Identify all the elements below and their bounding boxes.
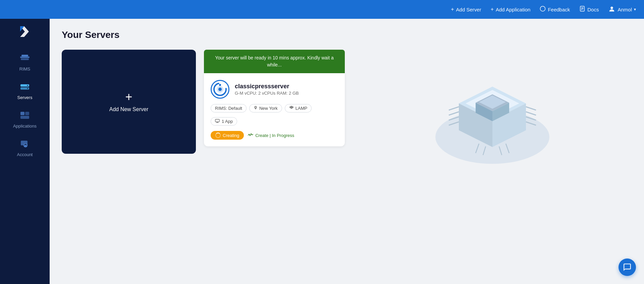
chevron-down-icon: ▾ — [634, 7, 636, 12]
spinner-icon — [215, 133, 221, 138]
topnav: + Add Server + Add Application Feedback … — [0, 0, 644, 19]
logo[interactable] — [15, 22, 34, 41]
server-tags: RIMS: Default New York LAM — [211, 104, 338, 112]
svg-rect-8 — [21, 55, 28, 56]
server-logo — [211, 80, 229, 99]
server-info-card: Your server will be ready in 10 mins app… — [204, 50, 345, 146]
svg-point-5 — [611, 6, 613, 9]
svg-rect-15 — [20, 116, 29, 119]
activity-icon — [248, 133, 253, 138]
servers-grid: + Add New Server Your server will be rea… — [62, 50, 632, 171]
add-server-plus-icon: + — [125, 91, 132, 103]
docs-button[interactable]: Docs — [579, 6, 599, 13]
plus-icon-app: + — [491, 6, 494, 12]
sidebar-item-account[interactable]: Account — [0, 133, 50, 162]
server-status: Creating Create | In Progress — [211, 131, 338, 140]
tag-location[interactable]: New York — [249, 104, 282, 112]
apps-badge[interactable]: 1 App — [211, 117, 237, 126]
server-header: classicpressserver G-M vCPU: 2 vCPUs RAM… — [211, 80, 338, 99]
add-application-button[interactable]: + Add Application — [491, 6, 531, 12]
server-details: classicpressserver G-M vCPU: 2 vCPUs RAM… — [204, 73, 345, 146]
feedback-icon — [540, 6, 546, 13]
tag-rims[interactable]: RIMS: Default — [211, 104, 247, 112]
tag-stack[interactable]: LAMP — [285, 104, 312, 112]
page-title: Your Servers — [62, 30, 632, 40]
user-avatar-icon — [608, 5, 615, 14]
svg-rect-23 — [215, 119, 219, 122]
svg-line-35 — [449, 107, 459, 110]
servers-icon — [19, 81, 31, 93]
account-icon — [19, 138, 31, 150]
feedback-button[interactable]: Feedback — [540, 6, 570, 13]
svg-line-39 — [526, 107, 536, 110]
svg-rect-13 — [20, 112, 24, 115]
creating-status-badge: Creating — [211, 131, 244, 140]
server-name: classicpressserver — [235, 83, 299, 90]
server-name-specs: classicpressserver G-M vCPU: 2 vCPUs RAM… — [235, 83, 299, 96]
svg-point-12 — [27, 88, 28, 89]
sidebar-item-servers[interactable]: Servers — [0, 76, 50, 105]
main-content: Your Servers + Add New Server Your serve… — [50, 19, 644, 284]
server-notification-banner: Your server will be ready in 10 mins app… — [204, 50, 345, 73]
add-server-label: Add New Server — [109, 106, 149, 112]
server-specs: G-M vCPU: 2 vCPUs RAM: 2 GB — [235, 91, 299, 96]
svg-point-18 — [25, 144, 26, 145]
stack-icon — [289, 106, 294, 111]
sidebar-item-applications[interactable]: Applications — [0, 105, 50, 133]
svg-point-21 — [218, 88, 222, 91]
server-apps: 1 App — [211, 117, 338, 126]
svg-rect-14 — [25, 112, 29, 115]
rims-icon — [19, 52, 31, 64]
add-new-server-card[interactable]: + Add New Server — [62, 50, 196, 154]
svg-line-36 — [449, 112, 459, 115]
svg-line-40 — [526, 112, 536, 115]
svg-rect-7 — [21, 58, 29, 60]
progress-status: Create | In Progress — [248, 133, 294, 138]
location-icon — [254, 106, 258, 111]
add-server-button[interactable]: + Add Server — [451, 6, 481, 12]
svg-point-11 — [27, 85, 28, 86]
user-menu[interactable]: Anmol ▾ — [608, 5, 636, 14]
chat-fab-button[interactable] — [619, 258, 636, 276]
docs-icon — [579, 6, 585, 13]
svg-point-22 — [219, 84, 221, 86]
monitor-icon — [215, 119, 220, 124]
plus-icon: + — [451, 6, 454, 12]
applications-icon — [19, 109, 31, 122]
sidebar-item-rims[interactable]: RIMS — [0, 48, 50, 76]
chip-illustration — [353, 50, 632, 171]
svg-rect-6 — [20, 56, 30, 58]
sidebar: RIMS Servers Applications — [0, 19, 50, 284]
